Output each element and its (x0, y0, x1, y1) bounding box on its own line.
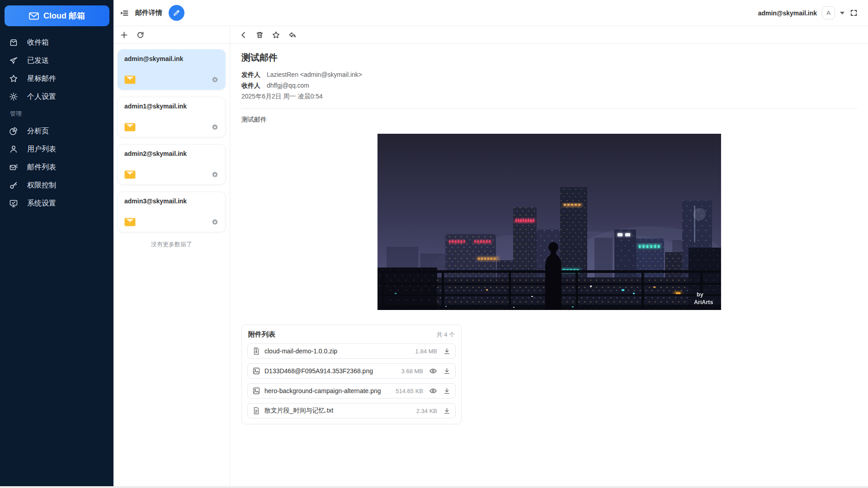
attachment-row[interactable]: cloud-mail-demo-1.0.0.zip 1.84 MB (247, 343, 456, 359)
inbox-icon (9, 38, 18, 47)
envelope-badge-icon (124, 218, 136, 226)
mail-list-icon (9, 163, 18, 172)
account-settings-gear-icon[interactable] (211, 171, 219, 178)
chevron-down-icon[interactable] (840, 12, 844, 14)
attachment-row[interactable]: D133D468@F095A914.353F2368.png 3.68 MB (247, 363, 456, 379)
download-icon[interactable] (443, 407, 451, 415)
account-card[interactable]: admin2@skymail.ink (118, 144, 226, 185)
envelope-badge-icon (124, 170, 136, 179)
gear-icon (9, 92, 18, 101)
attachment-size: 3.68 MB (401, 368, 423, 375)
sidebar-item-personal-settings[interactable]: 个人设置 (0, 88, 113, 106)
sidebar-item-label: 收件箱 (27, 38, 49, 47)
mail-detail: 测试邮件 发件人 LaziestRen <admin@skymail.ink> … (231, 44, 868, 486)
envelope-badge-icon (124, 123, 136, 131)
no-more-data-text: 没有更多数据了 (118, 240, 226, 249)
download-icon[interactable] (443, 387, 451, 395)
pencil-icon (173, 9, 180, 17)
horizontal-scrollbar[interactable] (0, 486, 868, 488)
sidebar-item-mail-list[interactable]: 邮件列表 (0, 158, 113, 176)
sidebar-item-label: 用户列表 (27, 145, 56, 154)
mail-embedded-image: by AriArts (377, 134, 721, 310)
account-card-email: admin2@skymail.ink (124, 150, 219, 157)
sidebar-item-label: 邮件列表 (27, 163, 56, 172)
list-toolbar (113, 27, 230, 43)
sidebar-item-starred[interactable]: 星标邮件 (0, 70, 113, 88)
sidebar-item-label: 已发送 (27, 56, 49, 66)
image-credit-line2: AriArts (694, 299, 713, 305)
sidebar-item-label: 分析页 (27, 127, 49, 136)
brand-logo[interactable]: Cloud 邮箱 (5, 5, 109, 26)
attachment-size: 2.34 KB (416, 408, 437, 414)
account-settings-gear-icon[interactable] (211, 218, 219, 226)
collapse-sidebar-icon[interactable] (120, 9, 129, 18)
divider (241, 108, 857, 108)
sidebar-item-label: 系统设置 (27, 199, 56, 208)
topbar: 邮件详情 admin@skymail.ink A (113, 0, 868, 26)
send-icon (9, 56, 18, 65)
sidebar-item-inbox[interactable]: 收件箱 (0, 33, 113, 52)
sidebar-item-system-settings[interactable]: 系统设置 (0, 194, 113, 212)
sidebar-section-admin: 管理 (0, 106, 113, 122)
mail-to-line: 收件人 dhffgj@qq.com (241, 80, 857, 91)
sidebar-item-label: 个人设置 (27, 92, 56, 102)
attachment-name: cloud-mail-demo-1.0.0.zip (264, 347, 411, 355)
back-icon[interactable] (239, 31, 248, 39)
topbar-account-email: admin@skymail.ink (758, 9, 817, 17)
mail-body-text: 测试邮件 (241, 116, 857, 124)
envelope-badge-icon (124, 75, 136, 84)
sidebar-item-label: 星标邮件 (27, 74, 56, 84)
account-card-email: admin3@skymail.ink (124, 197, 219, 205)
account-card-email: admin@skymail.ink (124, 55, 219, 62)
reply-icon[interactable] (288, 31, 297, 39)
account-card[interactable]: admin1@skymail.ink (118, 97, 226, 137)
star-toggle-icon[interactable] (272, 31, 280, 39)
fullscreen-icon[interactable] (849, 9, 858, 17)
account-settings-gear-icon[interactable] (211, 123, 219, 131)
download-icon[interactable] (443, 367, 451, 375)
attachments-count: 共 4 个 (437, 331, 455, 339)
attachment-name: D133D468@F095A914.353F2368.png (264, 367, 397, 375)
image-file-icon (252, 367, 260, 375)
attachment-name: 散文片段_时间与记忆.txt (264, 407, 412, 415)
key-icon (9, 181, 18, 190)
preview-eye-icon[interactable] (429, 387, 437, 395)
delete-icon[interactable] (255, 31, 264, 39)
download-icon[interactable] (443, 347, 451, 355)
mail-logo-icon (29, 12, 39, 20)
mail-date: 2025年6月2日 周一 凌晨0:54 (241, 91, 857, 102)
text-file-icon (252, 407, 260, 415)
attachment-size: 1.84 MB (415, 348, 437, 355)
to-value: dhffgj@qq.com (267, 82, 309, 89)
user-icon (9, 145, 18, 154)
sidebar-item-analytics[interactable]: 分析页 (0, 122, 113, 140)
avatar[interactable]: A (822, 6, 835, 19)
account-card-email: admin1@skymail.ink (124, 103, 219, 110)
account-card[interactable]: admin3@skymail.ink (118, 192, 226, 232)
toolbar-row (113, 27, 868, 44)
image-credit-line1: by (697, 291, 703, 298)
from-label: 发件人 (241, 71, 260, 78)
attachment-row[interactable]: hero-background-campaign-alternate.png 5… (247, 383, 456, 399)
star-icon (9, 74, 18, 83)
compose-button[interactable] (169, 5, 184, 21)
sidebar-item-label: 权限控制 (27, 181, 56, 190)
attachments-panel: 附件列表 共 4 个 cloud-mail-demo-1.0.0.zip 1.8… (241, 324, 462, 424)
sidebar-nav: 收件箱 已发送 星标邮件 (0, 33, 113, 212)
sidebar-item-permissions[interactable]: 权限控制 (0, 176, 113, 194)
account-list: admin@skymail.ink admin1@skymail.ink (113, 44, 230, 486)
attachment-row[interactable]: 散文片段_时间与记忆.txt 2.34 KB (247, 403, 456, 418)
from-value: LaziestRen <admin@skymail.ink> (267, 71, 362, 78)
preview-eye-icon[interactable] (429, 367, 437, 375)
account-card[interactable]: admin@skymail.ink (118, 49, 226, 90)
sidebar-item-users[interactable]: 用户列表 (0, 140, 113, 158)
zip-file-icon (252, 347, 260, 355)
attachments-title: 附件列表 (248, 330, 275, 339)
refresh-icon[interactable] (136, 31, 145, 39)
mail-subject: 测试邮件 (241, 52, 857, 64)
sidebar-item-sent[interactable]: 已发送 (0, 52, 113, 70)
mail-toolbar (230, 27, 868, 43)
add-account-icon[interactable] (120, 31, 128, 39)
account-settings-gear-icon[interactable] (211, 76, 219, 84)
mail-from-line: 发件人 LaziestRen <admin@skymail.ink> (241, 69, 857, 80)
